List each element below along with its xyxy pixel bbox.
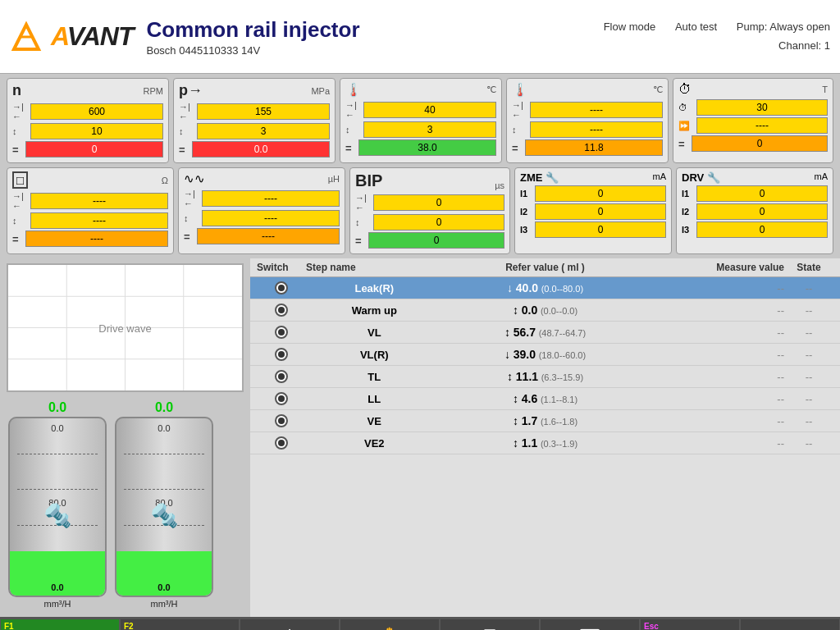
bip-eq: = — [355, 235, 365, 247]
table-row[interactable]: TL ↕ 11.1 (6.3--15.9) -- -- — [250, 366, 840, 388]
radio-ve2[interactable] — [275, 436, 288, 450]
pump-label: Pump: Always open — [737, 18, 830, 36]
resistance-actual — [25, 231, 168, 247]
gauge-temp1-step[interactable] — [363, 121, 496, 138]
gauge-p-set[interactable] — [197, 103, 330, 120]
quit-button[interactable]: ✕ Quit — [740, 619, 840, 630]
drv-title: DRV 🔧 — [682, 171, 720, 184]
gauge-temp2-arrow1: →|← — [512, 100, 527, 120]
state-vl: -- — [784, 326, 833, 339]
resistance-set[interactable] — [30, 193, 168, 209]
gauge-zme: ZME 🔧 mA I1 I2 I3 — [514, 167, 672, 254]
quit-icon: ✕ — [784, 626, 797, 630]
timer-val1[interactable] — [696, 99, 828, 116]
setting-button[interactable]: ⚙ Setting — [240, 619, 340, 630]
table-row[interactable]: VE2 ↕ 1.1 (0.3--1.9) -- -- — [250, 432, 840, 454]
zme-unit: mA — [653, 171, 667, 184]
radio-vl[interactable] — [275, 326, 288, 339]
gauge-n-arrow2: ↕ — [12, 126, 27, 136]
drv-i2-label: I2 — [682, 207, 693, 217]
measure-tl: -- — [647, 371, 784, 383]
gauge-temp1-symbol: 🌡️ — [345, 82, 362, 98]
gauge-temp2-set[interactable] — [530, 102, 663, 118]
gauge-temp1-set[interactable] — [363, 102, 496, 118]
resistance-step[interactable] — [30, 212, 168, 229]
state-vlr: -- — [784, 349, 833, 361]
zme-i2 — [535, 203, 666, 220]
table-row[interactable]: Warm up ↕ 0.0 (0.0--0.0) -- -- — [250, 299, 840, 322]
gauge-n-step[interactable] — [30, 123, 163, 139]
drv-i2 — [696, 203, 828, 220]
gauge-n-set[interactable] — [30, 103, 163, 120]
right-content: Switch Step name Refer value ( ml ) Meas… — [250, 258, 840, 617]
step-leakr: Leak(R) — [306, 282, 443, 294]
logo-text: AVANT — [51, 21, 133, 52]
inductance-step[interactable] — [202, 210, 340, 226]
table-row[interactable]: Leak(R) ↓ 40.0 (0.0--80.0) -- -- — [250, 277, 840, 299]
gauge-temp1-eq: = — [345, 142, 355, 154]
content-area: Drive wave 0.0 — [0, 258, 840, 617]
cylinder-2: 0.0 0.0 0.0 80.0 🔩 mm³/H — [115, 400, 213, 609]
cyl1-top-value: 0.0 — [48, 400, 66, 415]
return-button[interactable]: Esc ← Return — [640, 619, 740, 630]
state-leakr: -- — [784, 282, 833, 294]
gauges-container: n RPM →|← ↕ = p→ MPa →|← — [0, 74, 840, 258]
inductance-actual — [197, 228, 340, 244]
start-button[interactable]: F1 ▶ Start — [0, 619, 120, 630]
col-refer-header: Refer value ( ml ) — [443, 262, 648, 273]
radio-tl[interactable] — [275, 370, 288, 383]
step-vl: VL — [306, 326, 443, 339]
measure-leakr: -- — [647, 282, 784, 294]
gauge-p: p→ MPa →|← ↕ = — [173, 78, 336, 163]
gauge-row-2: □ Ω →|← ↕ = ∿∿ µH →|← — [7, 167, 833, 254]
radio-ve[interactable] — [275, 414, 288, 427]
gauge-p-unit: MPa — [311, 86, 330, 96]
flow-mode-label: Flow mode — [604, 18, 656, 36]
resistance-arrow1: →|← — [12, 191, 27, 211]
gauge-temp2-symbol: 🌡️ — [512, 82, 528, 98]
step-ve2: VE2 — [306, 437, 443, 450]
radio-warmup[interactable] — [275, 304, 288, 317]
esc-label: Esc — [644, 622, 659, 630]
table-row[interactable]: VL(R) ↓ 39.0 (18.0--60.0) -- -- — [250, 344, 840, 366]
step-ve: VE — [306, 415, 443, 427]
setting-icon: ⚙ — [283, 626, 296, 630]
header-subtitle: Bosch 0445110333 14V — [146, 44, 587, 57]
timer-val2[interactable] — [696, 117, 828, 134]
gauge-row-1: n RPM →|← ↕ = p→ MPa →|← — [7, 78, 833, 163]
keyboard-icon: ⌨ — [579, 626, 600, 630]
manual-button[interactable]: ✋ Manual — [340, 619, 440, 630]
bip-row2[interactable] — [373, 214, 504, 231]
table-row[interactable]: LL ↕ 4.6 (1.1--8.1) -- -- — [250, 388, 840, 410]
gauge-n-arrow1: →|← — [12, 102, 27, 121]
table-row[interactable]: VL ↕ 56.7 (48.7--64.7) -- -- — [250, 322, 840, 344]
gauge-temp2-step[interactable] — [530, 121, 663, 138]
radio-vlr[interactable] — [275, 348, 288, 361]
next-button[interactable]: F2 → Next — [120, 619, 240, 630]
cyl2-top-value: 0.0 — [155, 400, 173, 415]
cyl2-unit: mm³/H — [151, 599, 178, 609]
radio-leakr[interactable] — [275, 281, 288, 294]
state-tl: -- — [784, 371, 833, 383]
zme-i1-label: I1 — [520, 189, 532, 199]
radio-ll[interactable] — [275, 392, 288, 405]
header-info: Common rail injector Bosch 0445110333 14… — [146, 17, 587, 57]
timer-icon1: ⏱ — [678, 103, 693, 112]
report-button[interactable]: ☰ Report — [440, 619, 540, 630]
gauge-temp2-actual — [525, 139, 663, 156]
refer-leakr: ↓ 40.0 (0.0--80.0) — [443, 281, 648, 294]
gauge-temp2-eq: = — [512, 142, 522, 154]
drv-unit: mA — [815, 171, 829, 184]
cyl1-scale-top: 0.0 — [8, 423, 107, 433]
f1-label: F1 — [4, 622, 14, 630]
col-state-header: State — [784, 262, 833, 273]
gauge-p-step[interactable] — [197, 123, 330, 139]
left-panel: Drive wave 0.0 — [0, 258, 250, 617]
table-row[interactable]: VE ↕ 1.7 (1.6--1.8) -- -- — [250, 410, 840, 432]
gauge-temp2-arrow2: ↕ — [512, 125, 527, 135]
bip-row1[interactable] — [373, 194, 504, 211]
inductance-arrow2: ↕ — [184, 213, 199, 223]
inductance-set[interactable] — [202, 190, 340, 207]
cyl1-unit: mm³/H — [44, 599, 71, 609]
keyboard-button[interactable]: ⌨ Keyboard — [540, 619, 640, 630]
